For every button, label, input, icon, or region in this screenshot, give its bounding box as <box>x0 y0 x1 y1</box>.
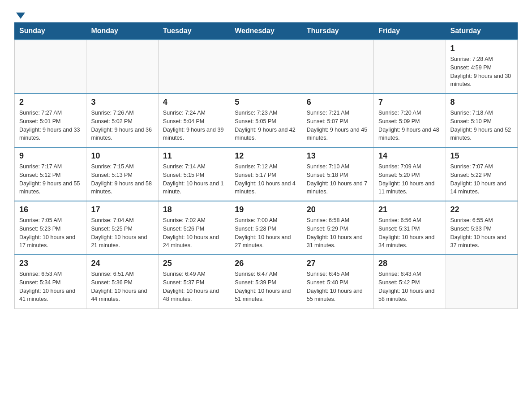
calendar-table: SundayMondayTuesdayWednesdayThursdayFrid… <box>14 22 518 309</box>
day-info: Sunrise: 7:09 AMSunset: 5:20 PMDaylight:… <box>378 163 441 196</box>
day-number: 5 <box>235 98 297 107</box>
day-info: Sunrise: 6:51 AMSunset: 5:36 PMDaylight:… <box>91 270 153 304</box>
logo-text <box>14 11 25 19</box>
day-info: Sunrise: 7:07 AMSunset: 5:22 PMDaylight:… <box>450 163 513 196</box>
day-number: 20 <box>307 205 369 214</box>
calendar-cell: 19Sunrise: 7:00 AMSunset: 5:28 PMDayligh… <box>230 201 302 255</box>
day-info: Sunrise: 7:20 AMSunset: 5:09 PMDaylight:… <box>378 109 441 142</box>
day-info: Sunrise: 7:05 AMSunset: 5:23 PMDaylight:… <box>19 216 82 250</box>
calendar-cell <box>302 40 373 94</box>
day-number: 27 <box>307 259 369 268</box>
calendar-cell <box>374 40 446 94</box>
calendar-cell: 7Sunrise: 7:20 AMSunset: 5:09 PMDaylight… <box>374 94 446 147</box>
day-info: Sunrise: 6:53 AMSunset: 5:34 PMDaylight:… <box>19 270 82 304</box>
day-number: 17 <box>91 205 153 214</box>
day-info: Sunrise: 7:21 AMSunset: 5:07 PMDaylight:… <box>307 109 369 142</box>
day-info: Sunrise: 7:12 AMSunset: 5:17 PMDaylight:… <box>235 163 297 196</box>
day-info: Sunrise: 6:45 AMSunset: 5:40 PMDaylight:… <box>307 270 369 304</box>
calendar-cell: 26Sunrise: 6:47 AMSunset: 5:39 PMDayligh… <box>230 255 302 308</box>
week-row-3: 9Sunrise: 7:17 AMSunset: 5:12 PMDaylight… <box>15 147 518 201</box>
day-info: Sunrise: 6:43 AMSunset: 5:42 PMDaylight:… <box>378 270 441 304</box>
day-info: Sunrise: 7:18 AMSunset: 5:10 PMDaylight:… <box>450 109 513 142</box>
day-info: Sunrise: 7:24 AMSunset: 5:04 PMDaylight:… <box>163 109 225 142</box>
day-info: Sunrise: 6:56 AMSunset: 5:31 PMDaylight:… <box>378 216 441 250</box>
week-row-4: 16Sunrise: 7:05 AMSunset: 5:23 PMDayligh… <box>15 201 518 255</box>
calendar-cell <box>86 40 158 94</box>
calendar-cell <box>446 255 517 308</box>
calendar-cell: 23Sunrise: 6:53 AMSunset: 5:34 PMDayligh… <box>15 255 86 308</box>
day-number: 19 <box>235 205 297 214</box>
week-row-1: 1Sunrise: 7:28 AMSunset: 4:59 PMDaylight… <box>15 40 518 94</box>
header-friday: Friday <box>374 22 446 40</box>
calendar-cell: 3Sunrise: 7:26 AMSunset: 5:02 PMDaylight… <box>86 94 158 147</box>
header-thursday: Thursday <box>302 22 373 40</box>
day-number: 11 <box>163 151 225 161</box>
week-row-2: 2Sunrise: 7:27 AMSunset: 5:01 PMDaylight… <box>15 94 518 147</box>
calendar-cell: 21Sunrise: 6:56 AMSunset: 5:31 PMDayligh… <box>374 201 446 255</box>
calendar-cell: 15Sunrise: 7:07 AMSunset: 5:22 PMDayligh… <box>446 147 517 201</box>
calendar-cell <box>15 40 86 94</box>
day-number: 23 <box>19 259 82 268</box>
day-info: Sunrise: 7:04 AMSunset: 5:25 PMDaylight:… <box>91 216 153 250</box>
calendar-header: SundayMondayTuesdayWednesdayThursdayFrid… <box>15 22 518 40</box>
day-number: 8 <box>450 98 513 107</box>
day-number: 12 <box>235 151 297 161</box>
day-number: 14 <box>378 151 441 161</box>
calendar-cell: 20Sunrise: 6:58 AMSunset: 5:29 PMDayligh… <box>302 201 373 255</box>
calendar-cell: 2Sunrise: 7:27 AMSunset: 5:01 PMDaylight… <box>15 94 86 147</box>
calendar-cell: 9Sunrise: 7:17 AMSunset: 5:12 PMDaylight… <box>15 147 86 201</box>
calendar-cell: 11Sunrise: 7:14 AMSunset: 5:15 PMDayligh… <box>158 147 230 201</box>
page-header <box>14 11 518 17</box>
day-info: Sunrise: 7:02 AMSunset: 5:26 PMDaylight:… <box>163 216 225 250</box>
day-info: Sunrise: 6:47 AMSunset: 5:39 PMDaylight:… <box>235 270 297 304</box>
calendar-cell: 25Sunrise: 6:49 AMSunset: 5:37 PMDayligh… <box>158 255 230 308</box>
day-info: Sunrise: 6:58 AMSunset: 5:29 PMDaylight:… <box>307 216 369 250</box>
calendar-cell: 28Sunrise: 6:43 AMSunset: 5:42 PMDayligh… <box>374 255 446 308</box>
day-info: Sunrise: 6:49 AMSunset: 5:37 PMDaylight:… <box>163 270 225 304</box>
calendar-cell <box>158 40 230 94</box>
day-number: 6 <box>307 98 369 107</box>
calendar-cell: 5Sunrise: 7:23 AMSunset: 5:05 PMDaylight… <box>230 94 302 147</box>
day-info: Sunrise: 7:00 AMSunset: 5:28 PMDaylight:… <box>235 216 297 250</box>
day-info: Sunrise: 7:15 AMSunset: 5:13 PMDaylight:… <box>91 163 153 196</box>
day-number: 16 <box>19 205 82 214</box>
calendar-cell: 10Sunrise: 7:15 AMSunset: 5:13 PMDayligh… <box>86 147 158 201</box>
calendar-cell: 4Sunrise: 7:24 AMSunset: 5:04 PMDaylight… <box>158 94 230 147</box>
calendar-cell: 12Sunrise: 7:12 AMSunset: 5:17 PMDayligh… <box>230 147 302 201</box>
day-info: Sunrise: 7:28 AMSunset: 4:59 PMDaylight:… <box>450 55 513 89</box>
day-info: Sunrise: 7:10 AMSunset: 5:18 PMDaylight:… <box>307 163 369 196</box>
calendar-cell: 14Sunrise: 7:09 AMSunset: 5:20 PMDayligh… <box>374 147 446 201</box>
header-monday: Monday <box>86 22 158 40</box>
calendar-cell: 22Sunrise: 6:55 AMSunset: 5:33 PMDayligh… <box>446 201 517 255</box>
day-info: Sunrise: 7:14 AMSunset: 5:15 PMDaylight:… <box>163 163 225 196</box>
day-info: Sunrise: 7:17 AMSunset: 5:12 PMDaylight:… <box>19 163 82 196</box>
logo <box>14 11 25 17</box>
day-number: 10 <box>91 151 153 161</box>
day-info: Sunrise: 6:55 AMSunset: 5:33 PMDaylight:… <box>450 216 513 250</box>
day-number: 3 <box>91 98 153 107</box>
day-number: 13 <box>307 151 369 161</box>
day-number: 4 <box>163 98 225 107</box>
day-number: 25 <box>163 259 225 268</box>
day-number: 26 <box>235 259 297 268</box>
day-number: 9 <box>19 151 82 161</box>
calendar-cell: 17Sunrise: 7:04 AMSunset: 5:25 PMDayligh… <box>86 201 158 255</box>
calendar-cell: 16Sunrise: 7:05 AMSunset: 5:23 PMDayligh… <box>15 201 86 255</box>
logo-arrow-icon <box>16 13 25 19</box>
day-info: Sunrise: 7:26 AMSunset: 5:02 PMDaylight:… <box>91 109 153 142</box>
header-wednesday: Wednesday <box>230 22 302 40</box>
day-number: 24 <box>91 259 153 268</box>
header-saturday: Saturday <box>446 22 517 40</box>
calendar-cell: 6Sunrise: 7:21 AMSunset: 5:07 PMDaylight… <box>302 94 373 147</box>
day-number: 22 <box>450 205 513 214</box>
day-number: 15 <box>450 151 513 161</box>
calendar-cell: 1Sunrise: 7:28 AMSunset: 4:59 PMDaylight… <box>446 40 517 94</box>
day-number: 28 <box>378 259 441 268</box>
day-number: 1 <box>450 44 513 53</box>
calendar-cell: 27Sunrise: 6:45 AMSunset: 5:40 PMDayligh… <box>302 255 373 308</box>
header-row: SundayMondayTuesdayWednesdayThursdayFrid… <box>15 22 518 40</box>
calendar-cell: 18Sunrise: 7:02 AMSunset: 5:26 PMDayligh… <box>158 201 230 255</box>
day-number: 2 <box>19 98 82 107</box>
calendar-cell: 24Sunrise: 6:51 AMSunset: 5:36 PMDayligh… <box>86 255 158 308</box>
calendar-cell: 8Sunrise: 7:18 AMSunset: 5:10 PMDaylight… <box>446 94 517 147</box>
